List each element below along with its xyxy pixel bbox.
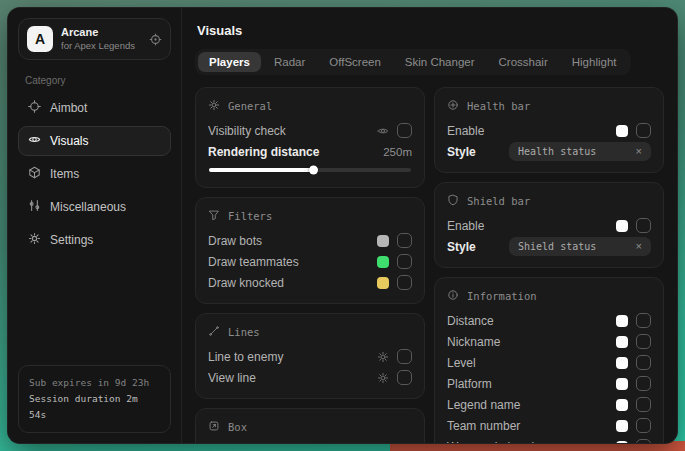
style-tag: Shield status — [518, 241, 596, 252]
shield-style-select[interactable]: Shield status × — [509, 237, 651, 256]
plus-circle-icon — [447, 99, 459, 113]
gear-icon — [28, 232, 41, 248]
sidebar-item-settings[interactable]: Settings — [18, 225, 171, 255]
card-title: General — [228, 100, 272, 112]
card-filters: Filters Draw bots Draw teammates — [195, 197, 425, 304]
tab-content: General Visibility check Rendering dista… — [195, 87, 664, 431]
shield-style-row: Style Shield status × — [447, 236, 651, 257]
cube-icon — [28, 166, 41, 182]
sidebar: A Arcane for Apex Legends Category Aimbo… — [8, 8, 182, 443]
info-team-number-row: Team number — [447, 415, 651, 436]
visibility-check-checkbox[interactable] — [397, 123, 412, 138]
color-swatch[interactable] — [616, 441, 628, 445]
sidebar-item-label: Visuals — [50, 134, 88, 148]
color-swatch[interactable] — [616, 420, 628, 432]
color-swatch[interactable] — [377, 277, 389, 289]
health-style-select[interactable]: Health status × — [509, 142, 651, 161]
shield-enable-row: Enable — [447, 215, 651, 236]
tab-offscreen[interactable]: OffScreen — [318, 52, 392, 72]
card-title: Filters — [228, 210, 272, 222]
right-column: Health bar Enable Style Health status — [434, 87, 664, 431]
info-platform-row: Platform — [447, 373, 651, 394]
eye-icon — [28, 133, 41, 149]
color-swatch[interactable] — [616, 220, 628, 232]
rendering-distance-value: 250m — [383, 146, 412, 158]
card-title: Shield bar — [467, 195, 530, 207]
app-logo: A — [27, 26, 53, 52]
visuals-tabbar: Players Radar OffScreen Skin Changer Cro… — [195, 49, 631, 75]
sub-expires-text: Sub expires in 9d 23h — [29, 375, 160, 391]
color-swatch[interactable] — [616, 125, 628, 137]
draw-bots-checkbox[interactable] — [397, 233, 412, 248]
close-icon[interactable]: × — [636, 146, 642, 157]
sidebar-item-miscellaneous[interactable]: Miscellaneous — [18, 192, 171, 222]
sliders-icon — [28, 199, 41, 215]
color-swatch[interactable] — [616, 336, 628, 348]
gear-icon — [208, 99, 220, 113]
tab-players[interactable]: Players — [198, 52, 261, 72]
rendering-distance-slider[interactable] — [209, 168, 411, 172]
info-distance-checkbox[interactable] — [636, 313, 651, 328]
shield-enable-checkbox[interactable] — [636, 218, 651, 233]
style-tag: Health status — [518, 146, 596, 157]
app-subtitle: for Apex Legends — [61, 40, 135, 52]
sidebar-item-items[interactable]: Items — [18, 159, 171, 189]
color-swatch[interactable] — [377, 235, 389, 247]
tab-radar[interactable]: Radar — [263, 52, 316, 72]
tab-highlight[interactable]: Highlight — [561, 52, 628, 72]
info-platform-checkbox[interactable] — [636, 376, 651, 391]
info-level-checkbox[interactable] — [636, 355, 651, 370]
eye-icon[interactable] — [377, 125, 389, 137]
tab-crosshair[interactable]: Crosshair — [488, 52, 559, 72]
color-swatch[interactable] — [616, 378, 628, 390]
subscription-info: Sub expires in 9d 23h Session duration 2… — [18, 365, 171, 433]
visibility-check-label: Visibility check — [208, 124, 286, 138]
view-line-row: View line — [208, 367, 412, 388]
rendering-distance-row: Rendering distance 250m — [208, 141, 412, 162]
sidebar-item-visuals[interactable]: Visuals — [18, 126, 171, 156]
sidebar-item-aimbot[interactable]: Aimbot — [18, 93, 171, 123]
draw-teammates-checkbox[interactable] — [397, 254, 412, 269]
card-title: Health bar — [467, 100, 530, 112]
gear-icon[interactable] — [377, 351, 389, 363]
diagonal-line-icon — [208, 325, 220, 339]
page-title: Visuals — [197, 23, 662, 38]
info-weapon-checkbox[interactable] — [636, 439, 651, 444]
close-icon[interactable]: × — [636, 241, 642, 252]
sidebar-nav: Aimbot Visuals Items Miscellaneous Setti… — [18, 93, 171, 255]
info-icon — [447, 289, 459, 303]
draw-bots-row: Draw bots — [208, 230, 412, 251]
app-window: A Arcane for Apex Legends Category Aimbo… — [7, 7, 678, 444]
funnel-icon — [208, 209, 220, 223]
gear-icon[interactable] — [377, 372, 389, 384]
info-team-number-checkbox[interactable] — [636, 418, 651, 433]
card-health-bar: Health bar Enable Style Health status — [434, 87, 664, 173]
sidebar-item-label: Aimbot — [50, 101, 87, 115]
line-to-enemy-checkbox[interactable] — [397, 349, 412, 364]
category-label: Category — [25, 75, 164, 86]
target-icon[interactable] — [149, 33, 162, 46]
color-swatch[interactable] — [616, 315, 628, 327]
info-nickname-checkbox[interactable] — [636, 334, 651, 349]
left-column: General Visibility check Rendering dista… — [195, 87, 425, 431]
card-shield-bar: Shield bar Enable Style Shield status — [434, 182, 664, 268]
color-swatch[interactable] — [616, 357, 628, 369]
health-style-row: Style Health status × — [447, 141, 651, 162]
box-enable-row: Enable — [208, 441, 412, 444]
info-legend-name-row: Legend name — [447, 394, 651, 415]
crosshair-icon — [28, 100, 41, 116]
view-line-checkbox[interactable] — [397, 370, 412, 385]
card-general: General Visibility check Rendering dista… — [195, 87, 425, 188]
draw-knocked-checkbox[interactable] — [397, 275, 412, 290]
health-enable-checkbox[interactable] — [636, 123, 651, 138]
card-title: Lines — [228, 326, 260, 338]
color-swatch[interactable] — [616, 399, 628, 411]
card-lines: Lines Line to enemy View line — [195, 313, 425, 399]
draw-knocked-row: Draw knocked — [208, 272, 412, 293]
color-swatch[interactable] — [377, 256, 389, 268]
info-distance-row: Distance — [447, 310, 651, 331]
tab-skin-changer[interactable]: Skin Changer — [394, 52, 486, 72]
slider-thumb[interactable] — [309, 166, 318, 175]
box-icon — [208, 420, 220, 434]
info-legend-name-checkbox[interactable] — [636, 397, 651, 412]
